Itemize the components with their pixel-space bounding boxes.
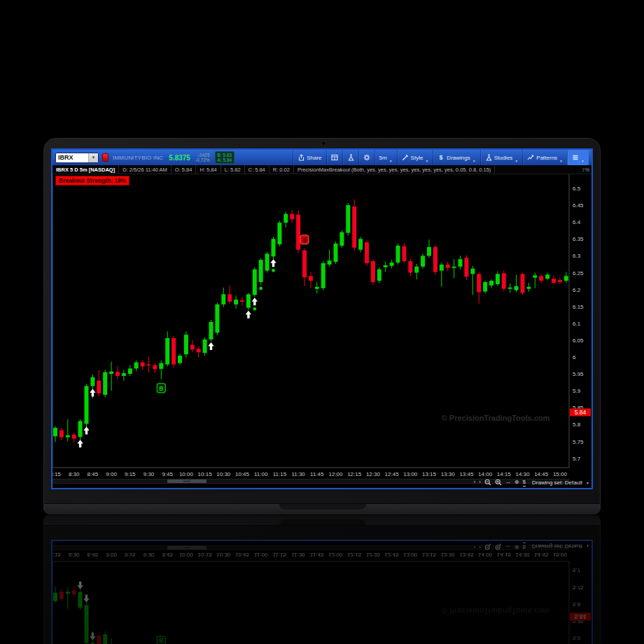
- status-segment: D: 2/5/26 11:40 AM: [119, 165, 172, 174]
- toolbar-style-label: Style: [411, 155, 424, 161]
- share-icon: [298, 154, 304, 161]
- toolbar-studies-label: Studies: [494, 155, 513, 161]
- watermark: © PrecisionTradingTools.com: [442, 414, 550, 422]
- toolbar-patterns-label: Patterns: [536, 155, 557, 161]
- candle-body: [134, 363, 139, 369]
- toolbar-share-button[interactable]: Share: [293, 150, 326, 165]
- status-segment: O: 5.84: [172, 165, 197, 174]
- toolbar-studies-button[interactable]: Studies▼: [480, 150, 523, 165]
- time-tick-label: 9:45: [162, 471, 173, 477]
- toolbar-timeframe-button[interactable]: 5m▼: [374, 150, 397, 165]
- chart-area: Breakout Strength: 19% ↕% © PrecisionTra…: [52, 174, 592, 477]
- symbol-dropdown-button[interactable]: ▼: [88, 153, 98, 162]
- time-tick-label: 14:30: [515, 471, 530, 477]
- breakout-strength-badge: Breakout Strength: 19%: [55, 176, 130, 186]
- toolbar-quick-study-button[interactable]: [342, 150, 358, 165]
- candles: [53, 199, 568, 442]
- candle-body: [103, 372, 107, 395]
- candle-body: [90, 377, 94, 386]
- toolbar-style-button[interactable]: Style▼: [397, 150, 433, 165]
- price-axis-settings-icon[interactable]: ↕%: [582, 167, 589, 173]
- time-tick-label: 13:30: [441, 471, 456, 477]
- candle-body: [321, 263, 326, 288]
- patterns-icon: [527, 154, 534, 161]
- alert-flag-icon[interactable]: [102, 153, 108, 162]
- symbol-combobox[interactable]: ▼: [55, 153, 99, 163]
- price-tick-label: 5.7: [573, 456, 581, 462]
- candle-body: [253, 270, 257, 295]
- status-segment: C: 5.84: [245, 165, 270, 174]
- candle-body: [277, 223, 281, 244]
- time-tick-label: 9:30: [144, 471, 155, 477]
- toolbar-flexible-grid-button[interactable]: [326, 150, 342, 165]
- price-axis-labels: 6.56.456.46.356.36.256.26.156.16.0565.95…: [573, 186, 584, 462]
- candle-body: [165, 338, 169, 365]
- toolbar-drawings-button[interactable]: $Drawings▼: [433, 150, 479, 165]
- toolbar-right-group: Share5m▼Style▼$Drawings▼Studies▼Patterns…: [293, 150, 589, 165]
- time-tick-label: 10:15: [198, 471, 213, 477]
- time-tick-label: 9:00: [106, 471, 117, 477]
- toolbar-timeframe-label: 5m: [379, 155, 387, 161]
- zoom-out-icon[interactable]: [484, 479, 491, 486]
- scrollbar-thumb[interactable]: [167, 479, 206, 483]
- symbol-input[interactable]: [56, 154, 88, 161]
- price-tick-label: 6.1: [573, 321, 581, 327]
- candle-body: [190, 345, 195, 350]
- candle-body: [265, 254, 270, 271]
- price-tool-icon[interactable]: $: [523, 479, 526, 486]
- toolbar-settings-button[interactable]: [358, 150, 374, 165]
- up-arrow-signal: [252, 298, 258, 305]
- chart-controls: ‹ › ↔ ⊕ $ Drawing set: Default ▼: [474, 477, 589, 487]
- drawing-set-selector[interactable]: Drawing set: Default: [532, 479, 582, 486]
- ask-value: A: 5.84: [218, 158, 232, 162]
- toolbar-menu-button[interactable]: ▼: [567, 150, 589, 165]
- chevron-down-icon: ▼: [514, 159, 518, 163]
- candle-body: [408, 261, 412, 272]
- candle-body: [203, 340, 207, 353]
- candle-body: [172, 338, 176, 365]
- candle-body: [427, 247, 431, 256]
- candle-body: [402, 246, 406, 261]
- toolbar-patterns-button[interactable]: Patterns▼: [522, 150, 567, 165]
- laptop-thumb-groove: [279, 504, 366, 510]
- zoom-in-icon[interactable]: [495, 479, 502, 486]
- candle-body: [477, 274, 481, 292]
- dot-signal: [272, 269, 275, 272]
- candle-body: [328, 260, 332, 265]
- candle-body: [72, 435, 76, 439]
- company-name: IMMUNITYBIO INC: [113, 155, 163, 161]
- pan-left-button[interactable]: ‹: [474, 479, 476, 486]
- price-tick-label: 5.75: [573, 439, 584, 445]
- candle-body: [390, 262, 394, 266]
- price-tick-label: 5.95: [573, 371, 584, 377]
- time-tick-label: 14:00: [478, 471, 493, 477]
- change-percent: -0.72%: [195, 158, 210, 162]
- svg-text:$: $: [440, 154, 443, 161]
- candle-body: [334, 244, 338, 262]
- gear-icon: [363, 154, 370, 161]
- candle-body: [240, 300, 244, 302]
- time-tick-label: 12:45: [385, 471, 400, 477]
- dot-signal: [259, 287, 262, 290]
- candle-body: [446, 265, 450, 268]
- last-price: 5.8375: [169, 154, 190, 162]
- candlestick-chart[interactable]: © PrecisionTradingTools.com6.56.456.46.3…: [52, 174, 592, 477]
- pan-mode-icon[interactable]: ↔: [505, 479, 511, 486]
- candle-body: [66, 435, 70, 438]
- time-tick-label: 8:30: [69, 471, 80, 477]
- laptop-mockup: ▼ IMMUNITYBIO INC 5.8375 -.0425 -0.72% B…: [43, 138, 601, 514]
- time-tick-label: 10:30: [216, 471, 231, 477]
- toolbar-share-label: Share: [307, 155, 321, 161]
- buy-marker-label: B: [159, 385, 163, 392]
- status-segment: R: 0.02: [270, 165, 294, 174]
- time-tick-label: 12:00: [328, 471, 343, 477]
- status-segment: PrecisionMaxBreakout (Both, yes, yes, ye…: [294, 165, 495, 174]
- time-tick-label: 13:00: [403, 471, 418, 477]
- pan-right-button[interactable]: ›: [479, 479, 481, 486]
- grid-icon: [331, 154, 338, 161]
- candle-body: [272, 239, 276, 256]
- candle-body: [526, 287, 531, 289]
- time-tick-label: 13:15: [422, 471, 437, 477]
- candle-body: [421, 255, 425, 266]
- crosshair-icon[interactable]: ⊕: [514, 479, 519, 486]
